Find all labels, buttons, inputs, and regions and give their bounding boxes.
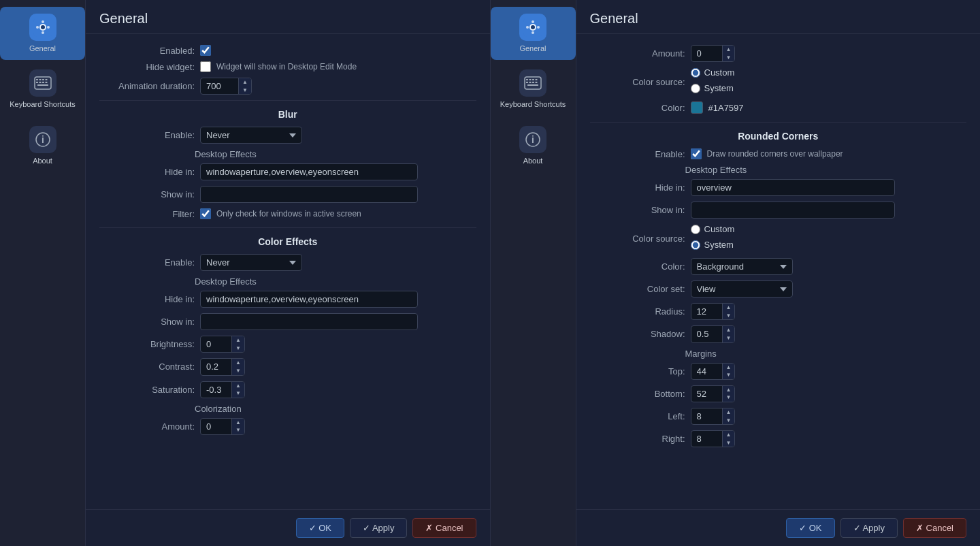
- left-margin-row: Left: ▲ ▼: [590, 408, 967, 425]
- color-effects-hide-in-input[interactable]: [200, 291, 418, 308]
- amount-spinbox[interactable]: ▲ ▼: [200, 418, 245, 435]
- sidebar-item-keyboard-left[interactable]: Keyboard Shortcuts: [0, 63, 85, 116]
- amount-down[interactable]: ▼: [232, 426, 244, 434]
- blur-hide-in-input[interactable]: windowaperture,overview,eyeonscreen: [200, 163, 418, 180]
- shadow-down[interactable]: ▼: [723, 334, 735, 342]
- brightness-input[interactable]: [201, 336, 231, 352]
- left-margin-spinbox[interactable]: ▲ ▼: [691, 408, 736, 425]
- bottom-margin-input[interactable]: [691, 386, 722, 402]
- top-margin-down[interactable]: ▼: [723, 371, 735, 379]
- blur-show-in-input[interactable]: [200, 186, 418, 203]
- rounded-color-select[interactable]: Background Foreground Accent: [691, 258, 793, 275]
- top-margin-row: Top: ▲ ▼: [590, 363, 967, 380]
- radius-up[interactable]: ▲: [723, 304, 735, 312]
- top-margin-spinbox[interactable]: ▲ ▼: [691, 363, 736, 380]
- color-source-system-radio[interactable]: [691, 84, 700, 93]
- hide-widget-checkbox[interactable]: [200, 61, 211, 72]
- right-margin-spinbox[interactable]: ▲ ▼: [691, 430, 736, 447]
- blur-hide-in-label: Hide in:: [99, 167, 195, 177]
- contrast-up[interactable]: ▲: [232, 359, 244, 367]
- saturation-up[interactable]: ▲: [232, 382, 244, 390]
- saturation-spinner-btns: ▲ ▼: [231, 382, 244, 398]
- contrast-row: Contrast: ▲ ▼: [99, 358, 476, 375]
- contrast-input[interactable]: [201, 359, 231, 374]
- animation-duration-up[interactable]: ▲: [239, 78, 251, 86]
- animation-duration-input[interactable]: 700: [201, 78, 238, 94]
- animation-duration-spinbox[interactable]: 700 ▲ ▼: [200, 78, 252, 95]
- radius-spinbox[interactable]: ▲ ▼: [691, 303, 736, 320]
- sidebar-item-about-left[interactable]: i About: [0, 119, 85, 172]
- brightness-down[interactable]: ▼: [232, 344, 244, 353]
- radius-input[interactable]: [691, 304, 722, 319]
- shadow-spinner-btns: ▲ ▼: [722, 326, 735, 342]
- left-cancel-button[interactable]: ✗ Cancel: [412, 518, 476, 538]
- animation-duration-down[interactable]: ▼: [239, 86, 251, 95]
- hide-widget-label: Hide widget:: [99, 62, 195, 72]
- brightness-up[interactable]: ▲: [232, 336, 244, 344]
- svg-rect-27: [526, 79, 528, 80]
- right-amount-input[interactable]: [691, 46, 722, 61]
- right-amount-up[interactable]: ▲: [723, 46, 735, 54]
- radius-label: Radius:: [590, 306, 685, 317]
- right-cancel-button[interactable]: ✗ Cancel: [903, 518, 966, 538]
- amount-up[interactable]: ▲: [232, 419, 244, 427]
- right-margin-input[interactable]: [691, 431, 722, 447]
- amount-input[interactable]: [201, 419, 231, 434]
- color-source-custom-radio[interactable]: [691, 68, 700, 78]
- rounded-color-source-custom-radio[interactable]: [691, 225, 700, 234]
- top-margin-up[interactable]: ▲: [723, 364, 735, 372]
- color-effects-show-in-input[interactable]: [200, 313, 418, 330]
- left-margin-up[interactable]: ▲: [723, 408, 735, 417]
- right-margin-up[interactable]: ▲: [723, 431, 735, 439]
- rounded-show-in-input[interactable]: [691, 202, 895, 219]
- svg-point-3: [36, 26, 39, 29]
- blur-filter-checkbox[interactable]: [200, 208, 211, 219]
- svg-text:i: i: [532, 134, 534, 145]
- right-color-display[interactable]: #1A7597: [691, 101, 744, 114]
- bottom-margin-spinbox[interactable]: ▲ ▼: [691, 385, 736, 402]
- rounded-color-source-system-radio[interactable]: [691, 240, 700, 250]
- rounded-hide-in-row: Hide in:: [590, 179, 967, 196]
- right-apply-button[interactable]: ✓ Apply: [840, 518, 898, 538]
- left-ok-button[interactable]: ✓ OK: [296, 518, 344, 538]
- shadow-spinbox[interactable]: ▲ ▼: [691, 325, 736, 342]
- blur-filter-label: Filter:: [99, 209, 195, 219]
- brightness-spinbox[interactable]: ▲ ▼: [200, 336, 245, 353]
- svg-rect-30: [536, 79, 538, 80]
- bottom-margin-down[interactable]: ▼: [723, 394, 735, 402]
- rounded-hide-in-input[interactable]: [691, 179, 895, 196]
- radius-down[interactable]: ▼: [723, 312, 735, 320]
- sidebar-item-about-right[interactable]: i About: [491, 119, 576, 172]
- right-amount-down[interactable]: ▼: [723, 54, 735, 62]
- left-margin-input[interactable]: [691, 408, 722, 424]
- sidebar-item-keyboard-right[interactable]: Keyboard Shortcuts: [491, 63, 576, 116]
- svg-rect-32: [529, 82, 532, 83]
- sidebar-item-general-right[interactable]: General: [491, 7, 576, 60]
- rounded-enable-checkbox[interactable]: [691, 148, 702, 159]
- saturation-down[interactable]: ▼: [232, 389, 244, 398]
- right-ok-button[interactable]: ✓ OK: [786, 518, 834, 538]
- right-amount-spinbox[interactable]: ▲ ▼: [691, 45, 736, 62]
- right-color-source-row: Color source: Custom System: [590, 67, 967, 96]
- color-effects-enable-select[interactable]: Never Always Active: [200, 254, 302, 271]
- sidebar-item-general-left[interactable]: General: [0, 7, 85, 60]
- saturation-input[interactable]: [201, 382, 231, 398]
- contrast-down[interactable]: ▼: [232, 367, 244, 375]
- saturation-spinbox[interactable]: ▲ ▼: [200, 381, 245, 398]
- shadow-input[interactable]: [691, 326, 722, 342]
- enabled-checkbox[interactable]: [200, 45, 211, 56]
- top-margin-input[interactable]: [691, 364, 722, 379]
- svg-point-25: [532, 31, 534, 34]
- left-apply-button[interactable]: ✓ Apply: [350, 518, 407, 538]
- rounded-color-source-system-row: System: [691, 240, 735, 250]
- blur-enable-select[interactable]: Never Always Active: [200, 127, 302, 144]
- right-margin-down[interactable]: ▼: [723, 439, 735, 447]
- sidebar-label-keyboard-right: Keyboard Shortcuts: [500, 99, 566, 109]
- rounded-color-set-select[interactable]: View Window Button: [691, 280, 793, 298]
- shadow-up[interactable]: ▲: [723, 326, 735, 334]
- bottom-margin-up[interactable]: ▲: [723, 386, 735, 394]
- left-margin-down[interactable]: ▼: [723, 417, 735, 425]
- blur-filter-text: Only check for windows in active screen: [216, 209, 361, 219]
- contrast-spinbox[interactable]: ▲ ▼: [200, 358, 245, 375]
- left-panel-footer: ✓ OK ✓ Apply ✗ Cancel: [86, 509, 490, 546]
